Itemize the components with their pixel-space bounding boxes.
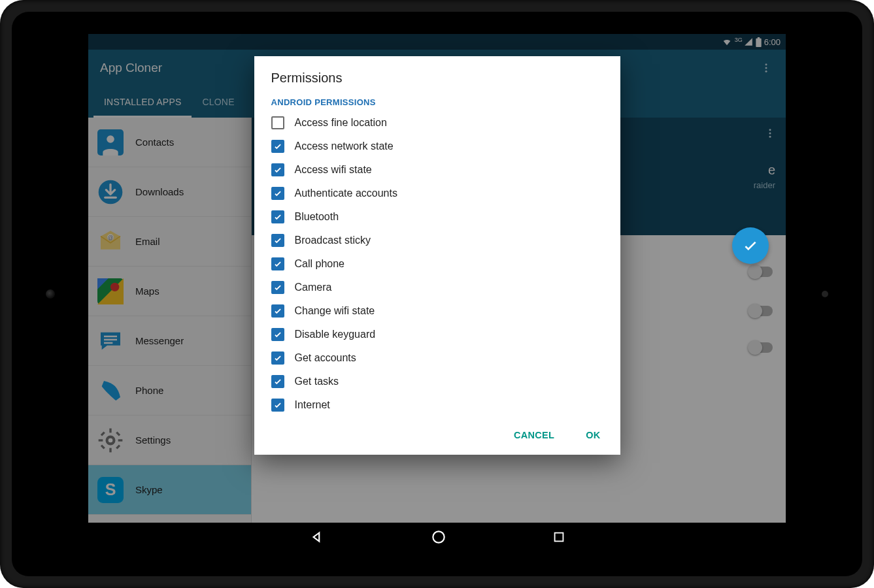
svg-rect-29 [554,533,563,542]
checkbox[interactable] [271,375,284,388]
permission-item[interactable]: Get accounts [263,346,611,370]
checkbox[interactable] [271,116,284,129]
dialog-title: Permissions [254,56,620,92]
permission-label: Broadcast sticky [295,235,371,246]
permission-item[interactable]: Broadcast sticky [263,229,611,252]
checkbox[interactable] [271,187,284,200]
tablet-frame: 3G 6:00 App Cloner INSTALLED APPSCLONE C… [0,0,874,588]
permission-label: Get tasks [295,376,339,387]
permission-label: Internet [295,399,330,411]
permission-label: Camera [295,282,332,293]
permissions-dialog: Permissions ANDROID PERMISSIONS Access f… [254,56,620,455]
nav-recents[interactable] [552,530,566,547]
permission-label: Get accounts [295,352,356,364]
permission-label: Bluetooth [295,211,339,223]
checkbox[interactable] [271,399,284,412]
checkbox[interactable] [271,281,284,294]
permission-item[interactable]: Bluetooth [263,205,611,229]
permission-label: Authenticate accounts [295,188,397,199]
ok-button[interactable]: OK [580,426,605,444]
permission-item[interactable]: Access wifi state [263,158,611,182]
permission-item[interactable]: Call phone [263,252,611,276]
cancel-button[interactable]: CANCEL [509,426,560,444]
checkbox[interactable] [271,140,284,153]
permission-item[interactable]: Camera [263,276,611,299]
permission-label: Access fine location [295,117,387,129]
system-nav-bar [88,523,786,554]
permission-item[interactable]: Change wifi state [263,299,611,323]
permissions-list[interactable]: Access fine locationAccess network state… [254,107,620,418]
permission-label: Disable keyguard [295,329,376,340]
nav-home[interactable] [430,529,447,548]
permission-item[interactable]: Disable keyguard [263,323,611,346]
front-camera [46,289,55,299]
dialog-section-header: ANDROID PERMISSIONS [254,92,620,107]
permission-label: Access network state [295,140,394,152]
permission-label: Call phone [295,258,345,270]
checkbox[interactable] [271,163,284,176]
checkbox[interactable] [271,257,284,270]
checkbox[interactable] [271,351,284,365]
svg-point-28 [433,531,444,542]
permission-item[interactable]: Access network state [263,135,611,158]
checkbox[interactable] [271,234,284,247]
permission-item[interactable]: Authenticate accounts [263,182,611,205]
permission-label: Access wifi state [295,164,372,176]
permission-label: Change wifi state [295,305,375,317]
dialog-actions: CANCEL OK [254,418,620,455]
permission-item[interactable]: Internet [263,393,611,417]
permission-item[interactable]: Access fine location [263,111,611,135]
sensor-dot [822,291,828,297]
nav-back[interactable] [309,529,326,548]
fab-confirm[interactable] [732,227,769,264]
permission-item[interactable]: Get tasks [263,370,611,393]
checkbox[interactable] [271,304,284,318]
checkbox[interactable] [271,210,284,223]
checkbox[interactable] [271,328,284,341]
